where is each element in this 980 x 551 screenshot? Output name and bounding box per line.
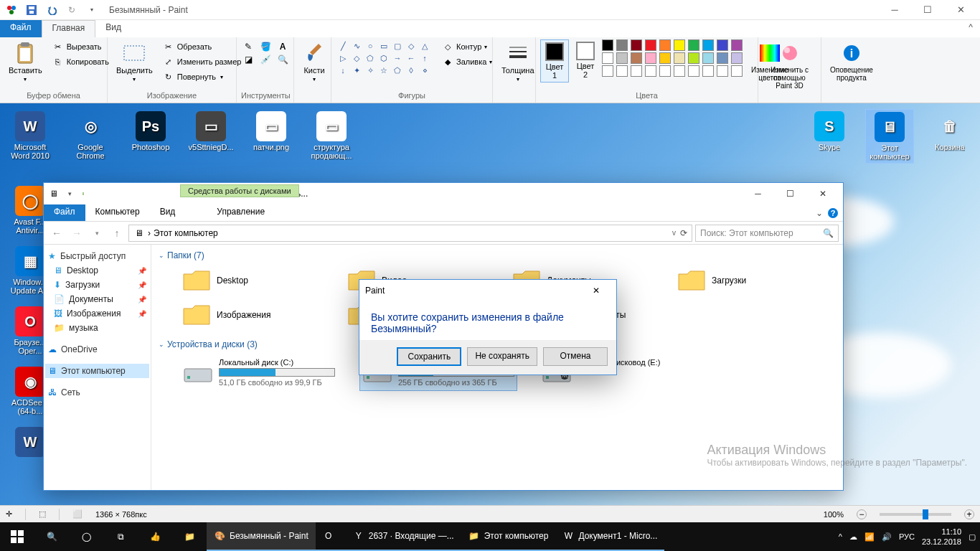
text-tool-icon[interactable]: A — [277, 41, 288, 52]
color-swatch[interactable] — [717, 65, 728, 77]
wifi-tray-icon[interactable]: 📶 — [864, 532, 875, 542]
nav-back-button[interactable]: ← — [48, 225, 65, 242]
nav-up-button[interactable]: ↑ — [108, 225, 126, 242]
language-indicator[interactable]: РУС — [899, 532, 915, 541]
color-swatch[interactable] — [631, 52, 642, 64]
paint3d-button[interactable]: Изменить с помощью Paint 3D — [763, 39, 816, 92]
redo-icon[interactable]: ↻ — [63, 2, 80, 18]
disk-tools-tab[interactable]: Средства работы с дисками — [180, 184, 299, 197]
taskbar-task[interactable]: 📁Этот компьютер — [461, 522, 556, 551]
color-swatch[interactable] — [674, 52, 685, 64]
dialog-cancel-button[interactable]: Отмена — [543, 347, 608, 366]
task-view-icon[interactable]: ⧉ — [103, 522, 138, 551]
color2-button[interactable]: Цвет 2 — [572, 39, 599, 81]
folder-item[interactable]: Desktop — [180, 266, 324, 295]
resize-button[interactable]: ⤢Изменить размер — [160, 55, 245, 69]
nav-network[interactable]: 🖧Сеть — [45, 385, 149, 400]
dialog-nosave-button[interactable]: Не сохранять — [467, 347, 537, 366]
color1-button[interactable]: Цвет 1 — [540, 39, 569, 83]
color-swatch[interactable] — [602, 39, 613, 51]
address-bar[interactable]: 🖥 › Этот компьютер v ⟳ — [128, 225, 692, 242]
explorer-pinned-icon[interactable]: 📁 — [172, 522, 207, 551]
drive-item[interactable]: Локальный диск (C:)51,0 ГБ свободно из 9… — [180, 355, 338, 391]
refresh-icon[interactable]: ⟳ — [680, 228, 687, 238]
color-swatch[interactable] — [631, 65, 642, 77]
desktop-icon[interactable]: ◎Google Chrome — [66, 109, 115, 162]
taskbar-task[interactable]: Y2637 · Входящие —... — [346, 522, 461, 551]
color-swatch[interactable] — [731, 39, 743, 51]
zoom-in-button[interactable]: + — [964, 509, 974, 519]
product-alert-button[interactable]: i Оповещение продукта — [826, 39, 877, 84]
color-swatch[interactable] — [616, 39, 628, 51]
color-swatch[interactable] — [702, 65, 714, 77]
color-swatch[interactable] — [602, 65, 613, 77]
color-swatch[interactable] — [717, 39, 728, 51]
taskbar-task[interactable]: O — [316, 522, 346, 551]
undo-icon[interactable] — [43, 2, 60, 18]
nav-music[interactable]: 📁музыка — [45, 321, 149, 335]
color-swatch[interactable] — [688, 52, 699, 64]
color-swatch[interactable] — [659, 65, 671, 77]
explorer-tab-manage[interactable]: Управление — [207, 204, 275, 221]
shape-outline-button[interactable]: ◇Контур▾ — [439, 39, 495, 54]
taskbar-clock[interactable]: 11:10 23.12.2018 — [922, 527, 961, 547]
nav-desktop[interactable]: 🖥Desktop📌 — [45, 263, 149, 278]
color-swatch[interactable] — [674, 39, 685, 51]
color-swatch[interactable] — [659, 52, 671, 64]
qat-more-icon[interactable]: ▾ — [83, 2, 100, 18]
desktop-icon[interactable]: 🗑Корзина — [925, 109, 974, 164]
folders-group-header[interactable]: ⌄Папки (7) — [159, 248, 836, 263]
folder-item[interactable]: Изображения — [180, 301, 324, 329]
color-swatch[interactable] — [645, 65, 656, 77]
color-swatch[interactable] — [602, 52, 613, 64]
crop-button[interactable]: ✂Обрезать — [160, 39, 245, 54]
fill-tool-icon[interactable]: 🪣 — [260, 41, 271, 52]
copy-button[interactable]: ⎘Копировать — [50, 55, 112, 69]
color-swatch[interactable] — [645, 52, 656, 64]
color-swatch[interactable] — [616, 52, 628, 64]
start-button[interactable] — [0, 522, 34, 551]
desktop-icon[interactable]: ▭v5SttniegD... — [187, 109, 235, 162]
desktop-icon[interactable]: SSkype — [805, 109, 854, 164]
color-swatch[interactable] — [702, 39, 714, 51]
rotate-button[interactable]: ↻Повернуть▾ — [160, 70, 245, 84]
color-swatch[interactable] — [688, 65, 699, 77]
desktop-icon[interactable]: 🖥Этот компьютер — [865, 109, 914, 164]
color-swatch[interactable] — [631, 39, 642, 51]
desktop-icon[interactable]: WMicrosoft Word 2010 — [6, 109, 55, 162]
nav-recent-icon[interactable]: ▾ — [88, 225, 105, 242]
zoom-out-button[interactable]: − — [857, 509, 867, 519]
explorer-minimize-button[interactable]: ─ — [742, 184, 774, 204]
help-icon[interactable]: ? — [827, 207, 839, 219]
explorer-tab-file[interactable]: Файл — [44, 204, 85, 221]
thickness-button[interactable]: Толщина▾ — [497, 39, 539, 85]
select-button[interactable]: Выделить▾ — [112, 39, 157, 85]
explorer-maximize-button[interactable]: ☐ — [774, 184, 806, 204]
onedrive-tray-icon[interactable]: ☁ — [849, 532, 857, 542]
eraser-tool-icon[interactable]: ◪ — [242, 54, 254, 65]
taskbar-search-icon[interactable]: 🔍 — [34, 522, 69, 551]
dialog-close-button[interactable]: ✕ — [582, 281, 611, 301]
color-swatch[interactable] — [674, 65, 685, 77]
nav-downloads[interactable]: ⬇Загрузки📌 — [45, 278, 149, 292]
dialog-save-button[interactable]: Сохранить — [397, 347, 461, 366]
nav-onedrive[interactable]: ☁OneDrive — [45, 342, 149, 357]
magnifier-tool-icon[interactable]: 🔍 — [277, 54, 288, 65]
explorer-qat-icon[interactable]: ▾ — [64, 188, 75, 199]
color-palette[interactable] — [602, 39, 744, 77]
minimize-button[interactable]: ─ — [878, 0, 911, 20]
nav-forward-button[interactable]: → — [68, 225, 85, 242]
tray-expand-icon[interactable]: ^ — [839, 532, 842, 541]
close-button[interactable]: ✕ — [944, 0, 977, 20]
color-swatch[interactable] — [659, 39, 671, 51]
explorer-close-button[interactable]: ✕ — [806, 184, 839, 204]
action-center-icon[interactable]: ▢ — [969, 532, 976, 542]
ribbon-expand-icon[interactable]: ⌄ — [816, 208, 823, 218]
brushes-button[interactable]: Кисти▾ — [298, 39, 330, 85]
tab-view[interactable]: Вид — [95, 20, 131, 37]
shape-fill-button[interactable]: ◆Заливка▾ — [439, 55, 495, 69]
color-swatch[interactable] — [616, 65, 628, 77]
tab-home[interactable]: Главная — [42, 20, 96, 37]
tab-file[interactable]: Файл — [0, 20, 42, 37]
save-icon[interactable] — [23, 2, 40, 18]
